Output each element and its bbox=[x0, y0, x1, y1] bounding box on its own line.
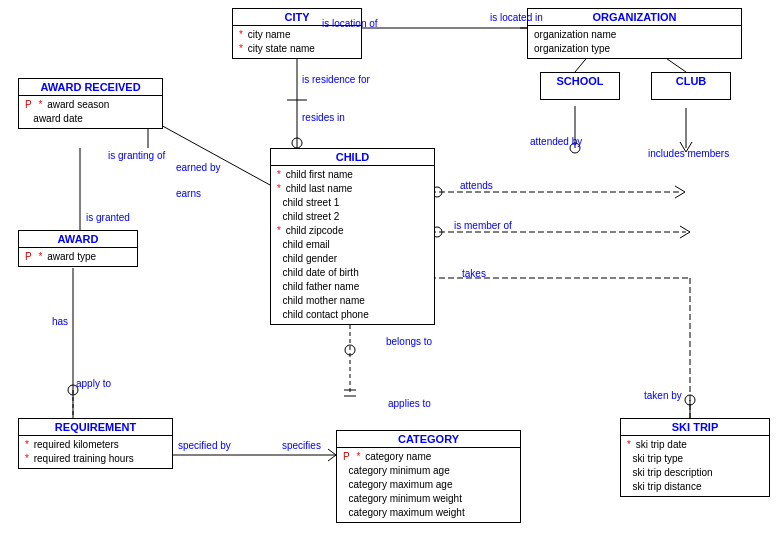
label-applies-to: applies to bbox=[388, 398, 431, 409]
label-earns: earns bbox=[176, 188, 201, 199]
child-body: * child first name * child last name chi… bbox=[271, 166, 434, 324]
school-title: SCHOOL bbox=[541, 73, 619, 89]
label-is-location-of: is location of bbox=[322, 18, 378, 29]
ski-trip-title: SKI TRIP bbox=[621, 419, 769, 436]
city-body: * city name * city state name bbox=[233, 26, 361, 58]
award-body: P * award type bbox=[19, 248, 137, 266]
award-received-title: AWARD RECEIVED bbox=[19, 79, 162, 96]
ski-trip-entity: SKI TRIP * ski trip date ski trip type s… bbox=[620, 418, 770, 497]
label-is-residence-for: is residence for bbox=[302, 74, 370, 85]
requirement-title: REQUIREMENT bbox=[19, 419, 172, 436]
label-specifies: specifies bbox=[282, 440, 321, 451]
child-title: CHILD bbox=[271, 149, 434, 166]
organization-body: organization name organization type bbox=[528, 26, 741, 58]
award-received-body: P * award season award date bbox=[19, 96, 162, 128]
requirement-body: * required kilometers * required trainin… bbox=[19, 436, 172, 468]
svg-point-42 bbox=[685, 395, 695, 405]
ski-trip-body: * ski trip date ski trip type ski trip d… bbox=[621, 436, 769, 496]
svg-line-12 bbox=[675, 186, 685, 192]
svg-line-13 bbox=[675, 192, 685, 198]
label-earned-by: earned by bbox=[176, 162, 220, 173]
award-received-entity: AWARD RECEIVED P * award season award da… bbox=[18, 78, 163, 129]
category-entity: CATEGORY P * category name category mini… bbox=[336, 430, 521, 523]
label-attends: attends bbox=[460, 180, 493, 191]
organization-title: ORGANIZATION bbox=[528, 9, 741, 26]
award-entity: AWARD P * award type bbox=[18, 230, 138, 267]
label-is-located-in: is located in bbox=[490, 12, 543, 23]
label-is-granted: is granted bbox=[86, 212, 130, 223]
organization-entity: ORGANIZATION organization name organizat… bbox=[527, 8, 742, 59]
svg-line-17 bbox=[680, 232, 690, 238]
label-resides-in: resides in bbox=[302, 112, 345, 123]
label-has: has bbox=[52, 316, 68, 327]
club-title: CLUB bbox=[652, 73, 730, 89]
svg-line-28 bbox=[328, 455, 336, 461]
child-entity: CHILD * child first name * child last na… bbox=[270, 148, 435, 325]
label-taken-by: taken by bbox=[644, 390, 682, 401]
label-takes: takes bbox=[462, 268, 486, 279]
svg-point-30 bbox=[345, 345, 355, 355]
erd-diagram: CITY * city name * city state name ORGAN… bbox=[0, 0, 782, 552]
svg-point-6 bbox=[292, 138, 302, 148]
svg-line-7 bbox=[148, 118, 270, 185]
label-attended-by: attended by bbox=[530, 136, 582, 147]
city-entity: CITY * city name * city state name bbox=[232, 8, 362, 59]
label-includes-members: includes members bbox=[648, 148, 729, 159]
category-body: P * category name category minimum age c… bbox=[337, 448, 520, 522]
label-belongs-to: belongs to bbox=[386, 336, 432, 347]
club-entity: CLUB bbox=[651, 72, 731, 100]
category-title: CATEGORY bbox=[337, 431, 520, 448]
label-is-member-of: is member of bbox=[454, 220, 512, 231]
label-specified-by: specified by bbox=[178, 440, 231, 451]
award-title: AWARD bbox=[19, 231, 137, 248]
label-apply-to: apply to bbox=[76, 378, 111, 389]
label-is-granting-of: is granting of bbox=[108, 150, 165, 161]
requirement-entity: REQUIREMENT * required kilometers * requ… bbox=[18, 418, 173, 469]
svg-line-27 bbox=[328, 449, 336, 455]
school-entity: SCHOOL bbox=[540, 72, 620, 100]
svg-line-16 bbox=[680, 226, 690, 232]
